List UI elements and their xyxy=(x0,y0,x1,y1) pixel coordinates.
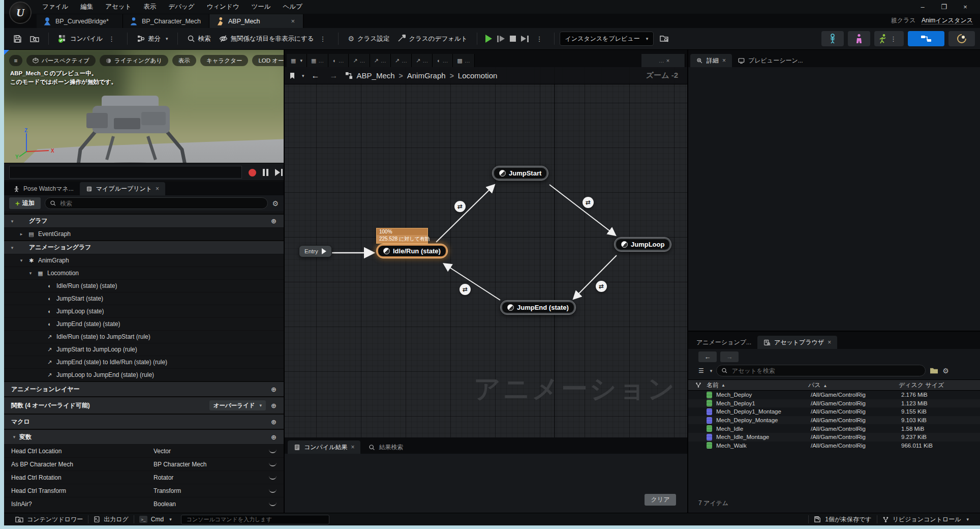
transition-rule-jumpstart-jumploop[interactable]: ⇄ xyxy=(583,197,594,208)
tree-row[interactable]: ▸ EventGraph xyxy=(4,227,284,240)
state-machine-canvas[interactable]: アニメーション ⇄ ⇄ ⇄ ⇄ Entry xyxy=(285,67,687,437)
record-button[interactable] xyxy=(247,167,257,178)
maximize-button[interactable]: ❐ xyxy=(933,0,955,13)
output-log-button[interactable]: 出力ログ xyxy=(88,513,134,526)
variable-visibility-eye-icon[interactable] xyxy=(269,449,277,453)
compile-button[interactable]: コンパイル ⋮ xyxy=(54,31,122,46)
menu-asset[interactable]: アセット xyxy=(100,1,137,13)
diff-button[interactable]: 差分 ▾ xyxy=(133,32,172,46)
tree-row[interactable]: JumpLoop (state) xyxy=(4,305,284,317)
blueprint-search[interactable] xyxy=(45,197,268,209)
expander-icon[interactable]: ▾ xyxy=(27,271,34,276)
tree-row[interactable]: JumpStart to JumpLoop (rule) xyxy=(4,343,284,356)
variable-row[interactable]: Head Ctrl Rotation Rotator xyxy=(4,471,284,484)
menu-file[interactable]: ファイル xyxy=(37,1,74,13)
character-pill[interactable]: キャラクター xyxy=(200,55,248,66)
tree-row[interactable]: JumpStart (state) xyxy=(4,292,284,305)
revision-control-button[interactable]: リビジョンコントロール ▾ xyxy=(877,513,974,526)
tree-row[interactable]: Idle/Run (state) to JumpStart (rule) xyxy=(4,330,284,343)
asset-row[interactable]: Mech_Idle_Montage /All/Game/ControlRig 9… xyxy=(688,433,980,442)
preview-instance-dropdown[interactable]: インスタンスをプレビュー ▾ xyxy=(560,32,654,46)
tab-my-blueprint[interactable]: マイブループリント × xyxy=(80,182,165,195)
state-node-jumpstart[interactable]: JumpStart xyxy=(492,166,548,181)
graph-doc-tab[interactable] xyxy=(328,54,349,67)
graph-doc-tab[interactable] xyxy=(349,54,370,67)
breadcrumb-animgraph[interactable]: AnimGraph xyxy=(407,71,446,80)
asset-row[interactable]: Mech_Idle /All/Game/ControlRig 1.58 MiB xyxy=(688,424,980,433)
graph-doc-tab-active[interactable]: × xyxy=(641,54,685,67)
panel-settings-gear-icon[interactable]: ⚙ xyxy=(272,199,279,208)
chevron-down-icon[interactable]: ▾ xyxy=(302,73,304,78)
cmd-dropdown[interactable]: >_ Cmd ▾ xyxy=(134,513,177,526)
play-options-kebab[interactable]: ⋮ xyxy=(534,35,546,43)
tab-asset-browser[interactable]: アセットブラウザ × xyxy=(757,336,837,349)
expander-icon[interactable]: ▾ xyxy=(18,258,24,263)
asset-row[interactable]: Mech_Deploy1 /All/Game/ControlRig 1.123 … xyxy=(688,399,980,408)
transition-rule-jumpend-idlerun[interactable]: ⇄ xyxy=(460,284,471,295)
console-command-field[interactable] xyxy=(181,515,329,524)
asset-search-input[interactable] xyxy=(731,367,921,375)
tab-abp-mech[interactable]: ABP_Mech × xyxy=(209,14,303,28)
physics-mode-button[interactable] xyxy=(948,31,975,46)
tab-close-icon[interactable]: × xyxy=(828,339,831,346)
unsaved-assets-button[interactable]: 1個が未保存です xyxy=(809,513,877,526)
filter-icon[interactable]: ☰ xyxy=(698,367,704,374)
debug-filter-button[interactable] xyxy=(656,32,673,46)
transition-rule-jumploop-jumpend[interactable]: ⇄ xyxy=(596,281,607,292)
lod-pill[interactable]: LOD オート xyxy=(252,55,284,66)
state-node-jumpend[interactable]: JumpEnd (state) xyxy=(500,300,576,315)
tree-row[interactable]: ▾ アニメーショングラフ xyxy=(4,240,284,254)
transition-rule-idlerun-jumpstart[interactable]: ⇄ xyxy=(454,201,466,212)
section-animation-layers[interactable]: アニメーションレイヤー ⊕ xyxy=(4,381,284,396)
graph-doc-tab[interactable] xyxy=(412,54,433,67)
tree-row[interactable]: ▾ グラフ ⊕ xyxy=(4,214,284,227)
mesh-mode-button[interactable] xyxy=(848,31,870,46)
blueprint-search-input[interactable] xyxy=(59,199,263,208)
preview-viewport[interactable]: ≡ パースペクティブ ライティングあり 表示 キャラクター LOD オート AB… xyxy=(4,50,284,163)
pause-button[interactable] xyxy=(260,167,270,178)
column-header-name[interactable]: 名前▲ xyxy=(707,381,808,390)
graph-doc-tab[interactable] xyxy=(391,54,412,67)
tree-row[interactable]: ▾ Locomotion xyxy=(4,267,284,279)
parent-class-link[interactable]: Animインスタンス xyxy=(922,17,973,24)
tab-close-icon[interactable]: × xyxy=(722,57,726,64)
graph-forward-button[interactable]: → xyxy=(327,71,341,80)
filter-chevron-icon[interactable]: ▾ xyxy=(710,368,713,373)
column-header-path[interactable]: パス▲ xyxy=(808,381,868,390)
state-node-idle-run[interactable]: Idle/Run (state) xyxy=(376,244,448,258)
menu-edit[interactable]: 編集 xyxy=(75,1,99,13)
step-forward-button[interactable] xyxy=(273,167,284,178)
skeleton-mode-button[interactable] xyxy=(821,31,844,46)
tree-row[interactable]: Idle/Run (state) (state) xyxy=(4,279,284,292)
eject-icon[interactable] xyxy=(521,36,529,42)
menu-tools[interactable]: ツール xyxy=(246,1,276,13)
entry-node[interactable]: Entry xyxy=(299,245,332,257)
doc-tab-list-dropdown[interactable]: ▦▾ xyxy=(287,54,307,67)
tab-bp-curvedbridge[interactable]: BP_CurvedBridge* xyxy=(37,14,123,28)
add-variable-icon[interactable]: ⊕ xyxy=(271,433,277,441)
menu-debug[interactable]: デバッグ xyxy=(163,1,200,13)
tab-compiler-results[interactable]: コンパイル結果 × xyxy=(288,440,360,454)
expander-icon[interactable]: ▸ xyxy=(18,231,24,237)
variable-row[interactable]: IsInAir? Boolean xyxy=(4,497,284,510)
play-icon[interactable] xyxy=(485,35,492,43)
section-variables[interactable]: ▾ 変数 ⊕ xyxy=(4,429,284,444)
tree-row[interactable]: ▾ AnimGraph xyxy=(4,254,284,267)
minimize-button[interactable]: – xyxy=(912,0,933,13)
animation-mode-kebab[interactable]: ⋮ xyxy=(887,35,900,43)
section-macros[interactable]: マクロ ⊕ xyxy=(4,414,284,429)
console-command-input[interactable] xyxy=(186,516,325,523)
variable-visibility-eye-icon[interactable] xyxy=(269,462,277,466)
override-dropdown[interactable]: オーバーライド ▾ xyxy=(209,400,266,410)
class-settings-button[interactable]: ⚙ クラス設定 xyxy=(344,32,393,46)
tab-animation-preview[interactable]: アニメーションプ... xyxy=(690,336,757,349)
menu-window[interactable]: ウィンドウ xyxy=(201,1,245,13)
close-button[interactable]: × xyxy=(955,0,976,13)
graph-doc-tab[interactable] xyxy=(433,54,453,67)
add-section-icon[interactable]: ⊕ xyxy=(271,386,277,393)
graph-doc-tab[interactable] xyxy=(370,54,391,67)
variable-row[interactable]: Head Ctrl Transform Transform xyxy=(4,484,284,497)
hide-unrelated-button[interactable]: 無関係な項目を非表示にする ⋮ xyxy=(215,32,333,46)
variable-visibility-eye-icon[interactable] xyxy=(269,476,277,480)
add-macro-icon[interactable]: ⊕ xyxy=(271,418,277,426)
